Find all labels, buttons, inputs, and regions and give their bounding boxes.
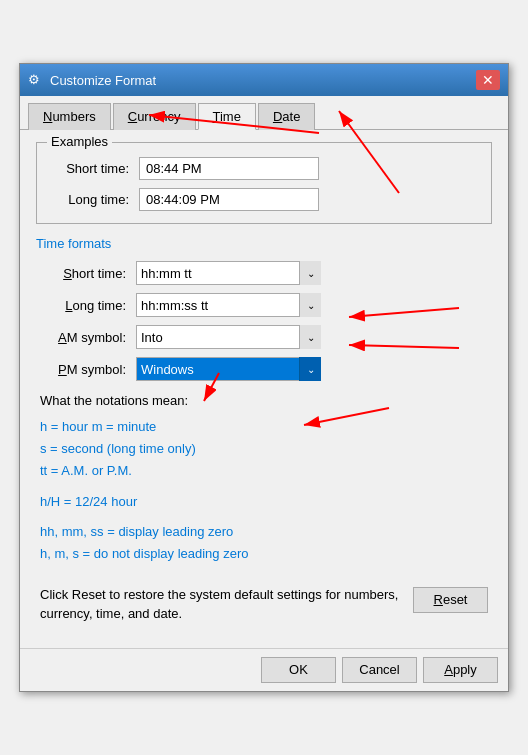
short-time-example-label: Short time: — [49, 161, 139, 176]
long-time-example-label: Long time: — [49, 192, 139, 207]
pm-symbol-label: PM symbol: — [36, 362, 136, 377]
short-time-format-label: Short time: — [36, 266, 136, 281]
long-time-select[interactable]: hh:mm:ss tt H:mm:ss — [136, 293, 321, 317]
am-symbol-label: AM symbol: — [36, 330, 136, 345]
am-symbol-select-wrapper: Into AM A.M. ⌄ — [136, 325, 321, 349]
ok-button[interactable]: OK — [261, 657, 336, 683]
tab-time-label: Time — [213, 109, 241, 124]
am-symbol-select[interactable]: Into AM A.M. — [136, 325, 321, 349]
long-time-format-row: Long time: hh:mm:ss tt H:mm:ss ⌄ — [36, 293, 492, 317]
pm-symbol-format-row: PM symbol: Windows PM P.M. ⌄ — [36, 357, 492, 381]
close-button[interactable]: ✕ — [476, 70, 500, 90]
cancel-button[interactable]: Cancel — [342, 657, 417, 683]
tab-numbers-label: Numbers — [43, 109, 96, 124]
short-time-select[interactable]: hh:mm tt H:mm h:mm tt — [136, 261, 321, 285]
examples-section-label: Examples — [47, 134, 112, 149]
tab-date[interactable]: Date — [258, 103, 315, 130]
long-time-example-value: 08:44:09 PM — [139, 188, 319, 211]
notes-line4: h/H = 12/24 hour — [40, 491, 488, 513]
customize-format-dialog: ⚙ Customize Format ✕ Numbers Currency Ti… — [19, 63, 509, 692]
apply-button-label: Apply — [444, 662, 477, 677]
long-time-example-row: Long time: 08:44:09 PM — [49, 188, 479, 211]
short-time-example-value: 08:44 PM — [139, 157, 319, 180]
tab-currency-label: Currency — [128, 109, 181, 124]
tab-content: Examples Short time: 08:44 PM Long time:… — [20, 130, 508, 648]
am-symbol-format-row: AM symbol: Into AM A.M. ⌄ — [36, 325, 492, 349]
examples-section: Examples Short time: 08:44 PM Long time:… — [36, 142, 492, 224]
time-formats-title: Time formats — [36, 236, 492, 251]
title-bar-left: ⚙ Customize Format — [28, 72, 156, 88]
tab-time[interactable]: Time — [198, 103, 256, 130]
short-time-example-row: Short time: 08:44 PM — [49, 157, 479, 180]
reset-section: Click Reset to restore the system defaul… — [36, 577, 492, 632]
tab-bar: Numbers Currency Time Date — [20, 96, 508, 130]
dialog-icon: ⚙ — [28, 72, 44, 88]
reset-button-label: Reset — [434, 592, 468, 607]
time-formats-section: Time formats Short time: hh:mm tt H:mm h… — [36, 236, 492, 381]
tab-date-label: Date — [273, 109, 300, 124]
dialog-footer: OK Cancel Apply — [20, 648, 508, 691]
reset-text: Click Reset to restore the system defaul… — [40, 585, 413, 624]
pm-symbol-select[interactable]: Windows PM P.M. — [136, 357, 321, 381]
long-time-format-label: Long time: — [36, 298, 136, 313]
short-time-format-row: Short time: hh:mm tt H:mm h:mm tt ⌄ — [36, 261, 492, 285]
notes-line1: h = hour m = minute s = second (long tim… — [40, 416, 488, 482]
short-time-select-wrapper: hh:mm tt H:mm h:mm tt ⌄ — [136, 261, 321, 285]
notes-title: What the notations mean: — [40, 393, 488, 408]
long-time-select-wrapper: hh:mm:ss tt H:mm:ss ⌄ — [136, 293, 321, 317]
reset-button[interactable]: Reset — [413, 587, 488, 613]
tab-currency[interactable]: Currency — [113, 103, 196, 130]
dialog-title: Customize Format — [50, 73, 156, 88]
apply-button[interactable]: Apply — [423, 657, 498, 683]
tab-numbers[interactable]: Numbers — [28, 103, 111, 130]
title-bar: ⚙ Customize Format ✕ — [20, 64, 508, 96]
notes-section: What the notations mean: h = hour m = mi… — [36, 393, 492, 565]
notes-lines56: hh, mm, ss = display leading zero h, m, … — [40, 521, 488, 565]
pm-symbol-select-wrapper: Windows PM P.M. ⌄ — [136, 357, 321, 381]
